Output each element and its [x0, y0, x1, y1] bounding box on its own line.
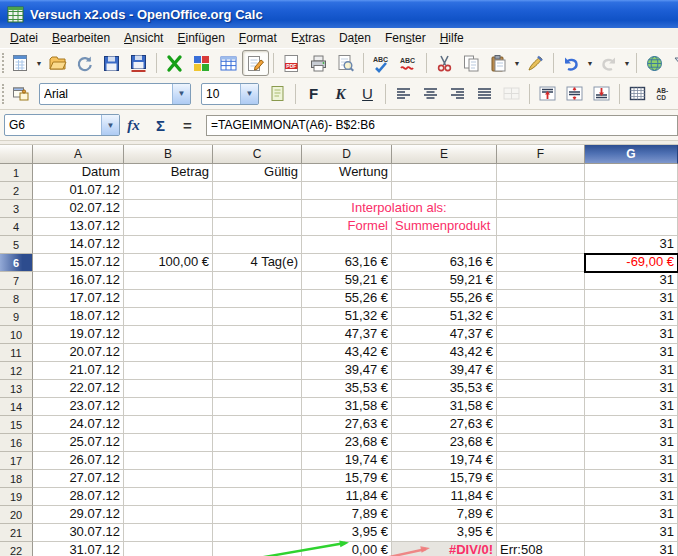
cell-e15[interactable]: 27,63 €: [392, 416, 497, 434]
cell-b17[interactable]: [124, 452, 213, 470]
underline-button[interactable]: U: [354, 81, 381, 107]
cell-f18[interactable]: [497, 470, 585, 488]
row-header-2[interactable]: 2: [0, 182, 33, 200]
cell-d17[interactable]: 19,74 €: [302, 452, 392, 470]
align-left-button[interactable]: [390, 81, 417, 107]
cell-d16[interactable]: 23,68 €: [302, 434, 392, 452]
row-header-9[interactable]: 9: [0, 308, 33, 326]
menu-daten[interactable]: Daten: [332, 29, 378, 48]
cell-a3[interactable]: 02.07.12: [33, 200, 124, 218]
align-middle-button[interactable]: [561, 81, 588, 107]
font-name-combo-input[interactable]: [40, 84, 172, 104]
cell-c12[interactable]: [213, 362, 302, 380]
cell-f6[interactable]: [497, 254, 585, 272]
auto-spellcheck-button[interactable]: ABC: [395, 50, 422, 76]
row-header-21[interactable]: 21: [0, 524, 33, 542]
cell-c9[interactable]: [213, 308, 302, 326]
spellcheck-button[interactable]: ABC: [368, 50, 395, 76]
cell-d15[interactable]: 27,63 €: [302, 416, 392, 434]
cell-g17[interactable]: 31: [585, 452, 678, 470]
cell-e6[interactable]: 63,16 €: [392, 254, 497, 272]
align-justify-button[interactable]: [471, 81, 498, 107]
cell-f14[interactable]: [497, 398, 585, 416]
gallery-button[interactable]: [188, 50, 215, 76]
cell-e20[interactable]: 7,89 €: [392, 506, 497, 524]
cell-b7[interactable]: [124, 272, 213, 290]
column-header-b[interactable]: B: [124, 145, 213, 164]
cell-d3[interactable]: Interpolation als:: [302, 200, 497, 218]
name-box-input[interactable]: [5, 115, 101, 135]
cell-f17[interactable]: [497, 452, 585, 470]
cell-d6[interactable]: 63,16 €: [302, 254, 392, 272]
cell-a14[interactable]: 23.07.12: [33, 398, 124, 416]
cell-b16[interactable]: [124, 434, 213, 452]
bold-button[interactable]: F: [300, 81, 327, 107]
cell-e19[interactable]: 11,84 €: [392, 488, 497, 506]
cell-f8[interactable]: [497, 290, 585, 308]
cell-b12[interactable]: [124, 362, 213, 380]
column-header-c[interactable]: C: [213, 145, 302, 164]
cell-c13[interactable]: [213, 380, 302, 398]
row-header-16[interactable]: 16: [0, 434, 33, 452]
hyperlink-button[interactable]: [641, 50, 668, 76]
column-header-e[interactable]: E: [392, 145, 497, 164]
cell-b3[interactable]: [124, 200, 213, 218]
cell-d5[interactable]: [302, 236, 392, 254]
cell-g4[interactable]: [585, 218, 678, 236]
cell-g2[interactable]: [585, 182, 678, 200]
cell-g14[interactable]: 31: [585, 398, 678, 416]
cell-e21[interactable]: 3,95 €: [392, 524, 497, 542]
cell-d21[interactable]: 3,95 €: [302, 524, 392, 542]
undo-button-dropdown-icon[interactable]: ▼: [585, 51, 595, 75]
cell-c1[interactable]: Gültig: [213, 164, 302, 182]
cell-a7[interactable]: 16.07.12: [33, 272, 124, 290]
cell-f1[interactable]: [497, 164, 585, 182]
cell-d14[interactable]: 31,58 €: [302, 398, 392, 416]
format-character-button[interactable]: [264, 81, 291, 107]
cell-d19[interactable]: 11,84 €: [302, 488, 392, 506]
cell-c2[interactable]: [213, 182, 302, 200]
cell-c14[interactable]: [213, 398, 302, 416]
cell-c5[interactable]: [213, 236, 302, 254]
cell-f21[interactable]: [497, 524, 585, 542]
column-header-f[interactable]: F: [497, 145, 585, 164]
cell-g5[interactable]: 31: [585, 236, 678, 254]
cell-e12[interactable]: 39,47 €: [392, 362, 497, 380]
toolbar-grip[interactable]: [2, 84, 4, 104]
paste-button-dropdown-icon[interactable]: ▼: [512, 51, 522, 75]
row-header-7[interactable]: 7: [0, 272, 33, 290]
cell-f13[interactable]: [497, 380, 585, 398]
row-header-3[interactable]: 3: [0, 200, 33, 218]
cell-a1[interactable]: Datum: [33, 164, 124, 182]
row-header-10[interactable]: 10: [0, 326, 33, 344]
select-all-corner[interactable]: [0, 145, 33, 164]
save-as-button[interactable]: [125, 50, 152, 76]
menu-einfügen[interactable]: Einfügen: [170, 29, 231, 48]
cell-g8[interactable]: 31: [585, 290, 678, 308]
cell-a21[interactable]: 30.07.12: [33, 524, 124, 542]
cell-g16[interactable]: 31: [585, 434, 678, 452]
cell-f12[interactable]: [497, 362, 585, 380]
cell-b11[interactable]: [124, 344, 213, 362]
cell-a19[interactable]: 28.07.12: [33, 488, 124, 506]
cell-d1[interactable]: Wertung: [302, 164, 392, 182]
cell-c6[interactable]: 4 Tag(e): [213, 254, 302, 272]
cell-c10[interactable]: [213, 326, 302, 344]
cell-e18[interactable]: 15,79 €: [392, 470, 497, 488]
row-header-15[interactable]: 15: [0, 416, 33, 434]
cell-d8[interactable]: 55,26 €: [302, 290, 392, 308]
cell-b4[interactable]: [124, 218, 213, 236]
copy-button[interactable]: [458, 50, 485, 76]
cell-d20[interactable]: 7,89 €: [302, 506, 392, 524]
cell-e7[interactable]: 59,21 €: [392, 272, 497, 290]
cell-e16[interactable]: 23,68 €: [392, 434, 497, 452]
page-preview-button[interactable]: [332, 50, 359, 76]
cell-f2[interactable]: [497, 182, 585, 200]
formula-input[interactable]: [206, 115, 678, 136]
merge-cells-button[interactable]: [498, 81, 525, 107]
cell-f5[interactable]: [497, 236, 585, 254]
cell-d18[interactable]: 15,79 €: [302, 470, 392, 488]
cell-a4[interactable]: 13.07.12: [33, 218, 124, 236]
cell-b9[interactable]: [124, 308, 213, 326]
export-pdf-button[interactable]: PDF: [278, 50, 305, 76]
